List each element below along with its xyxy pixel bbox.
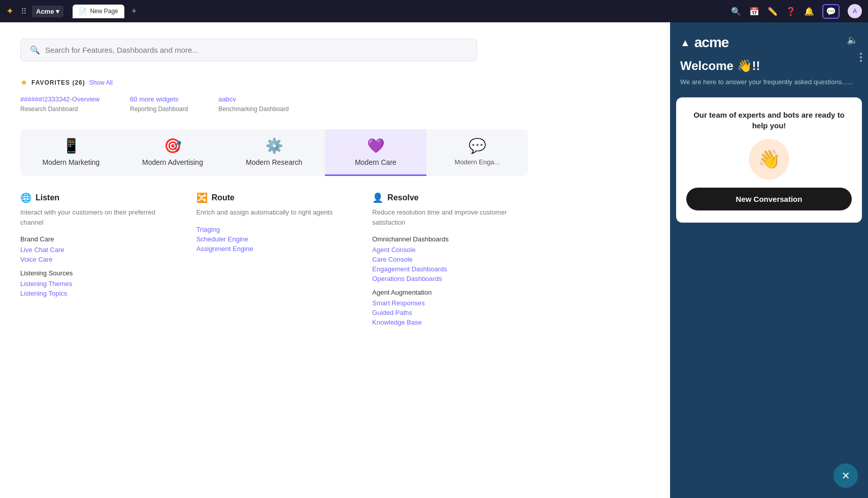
modern-marketing-icon: 📱 — [62, 137, 80, 154]
section-listen-desc: Interact with your customers on their pr… — [20, 207, 176, 227]
assignment-engine-link[interactable]: Assignment Engine — [196, 245, 352, 253]
modern-research-icon: ⚙️ — [265, 137, 283, 154]
search-bar[interactable]: 🔍 — [20, 39, 477, 61]
search-bar-icon: 🔍 — [30, 45, 40, 55]
subsection-brand-care: Brand Care Live Chat Care Voice Care — [20, 235, 176, 263]
panel-dots-menu[interactable] — [860, 53, 862, 62]
section-resolve-desc: Reduce resolution time and improve custo… — [372, 207, 528, 227]
dot-2 — [860, 56, 862, 58]
chat-icon[interactable]: 💬 — [822, 4, 840, 19]
favorite-link-2[interactable]: 60 more widgets — [130, 95, 188, 103]
wave-emoji-circle: 👋 — [749, 139, 789, 180]
smart-responses-link[interactable]: Smart Responses — [372, 299, 528, 307]
list-item: aabcv Benchmarking Dashboard — [218, 95, 289, 113]
voice-care-link[interactable]: Voice Care — [20, 256, 176, 263]
section-route-desc: Enrich and assign automatically to right… — [196, 207, 352, 218]
product-tabs: 📱 Modern Marketing 🎯 Modern Advertising … — [20, 129, 528, 176]
bell-icon[interactable]: 🔔 — [804, 7, 814, 16]
listening-themes-link[interactable]: Listening Themes — [20, 280, 176, 288]
dot-1 — [860, 53, 862, 55]
tab-modern-marketing[interactable]: 📱 Modern Marketing — [20, 129, 122, 176]
chat-panel-header: ▲ acme 🔈 — [670, 22, 868, 59]
subsection-agent-augmentation: Agent Augmentation Smart Responses Guide… — [372, 289, 528, 326]
favorite-label-3: Benchmarking Dashboard — [218, 105, 289, 113]
modern-advertising-icon: 🎯 — [164, 137, 182, 154]
main-content: 🔍 ★ FAVORITES (26) Show All ######!23333… — [0, 22, 868, 498]
section-listen: 🌐 Listen Interact with your customers on… — [20, 192, 176, 328]
omnichannel-title: Omnichannel Dashboards — [372, 235, 528, 243]
edit-icon[interactable]: ✏️ — [767, 7, 778, 16]
favorites-header: ★ FAVORITES (26) Show All — [20, 78, 650, 87]
triaging-link[interactable]: Triaging — [196, 226, 352, 233]
live-chat-care-link[interactable]: Live Chat Care — [20, 246, 176, 254]
chat-welcome: Welcome 👋!! We are here to answer your f… — [670, 59, 868, 97]
guided-paths-link[interactable]: Guided Paths — [372, 309, 528, 316]
operations-dashboards-link[interactable]: Operations Dashboards — [372, 275, 528, 282]
favorite-link-3[interactable]: aabcv — [218, 95, 289, 103]
topbar-actions: 🔍 📅 ✏️ ❓ 🔔 💬 A — [731, 4, 862, 19]
section-route: 🔀 Route Enrich and assign automatically … — [196, 192, 352, 328]
favorites-title: FAVORITES (26) — [31, 79, 85, 86]
tab-modern-research-label: Modern Research — [246, 158, 302, 166]
section-resolve-header: 👤 Resolve — [372, 192, 528, 203]
route-icon: 🔀 — [196, 192, 208, 203]
volume-icon[interactable]: 🔈 — [847, 34, 858, 46]
engagement-dashboards-link[interactable]: Engagement Dashboards — [372, 265, 528, 273]
tab-modern-care-label: Modern Care — [355, 158, 396, 166]
resolve-icon: 👤 — [372, 192, 383, 203]
chat-welcome-desc: We are here to answer your frequently as… — [680, 77, 858, 87]
modern-engage-icon: 💬 — [469, 137, 486, 154]
brand-name: acme — [694, 34, 729, 51]
care-console-link[interactable]: Care Console — [372, 256, 528, 263]
chat-card-text: Our team of experts and bots are ready t… — [686, 110, 852, 131]
agent-console-link[interactable]: Agent Console — [372, 246, 528, 254]
favorites-list: ######!2333342-Overview Research Dashboa… — [20, 95, 650, 113]
knowledge-base-link[interactable]: Knowledge Base — [372, 318, 528, 326]
new-conversation-button[interactable]: New Conversation — [686, 188, 852, 210]
listening-sources-title: Listening Sources — [20, 269, 176, 277]
modern-care-icon: 💜 — [367, 137, 385, 154]
tab-modern-care[interactable]: 💜 Modern Care — [325, 129, 426, 176]
brand-care-title: Brand Care — [20, 235, 176, 243]
section-listen-title: Listen — [36, 193, 59, 202]
listen-icon: 🌐 — [20, 192, 31, 203]
content-grid: 🌐 Listen Interact with your customers on… — [20, 192, 528, 328]
workspace-selector[interactable]: Acme ▾ — [32, 6, 63, 17]
search-input[interactable] — [45, 46, 468, 54]
star-icon: ★ — [20, 78, 27, 87]
avatar[interactable]: A — [848, 4, 862, 18]
tab-new-page[interactable]: 📄 New Page — [73, 5, 124, 18]
agent-augmentation-title: Agent Augmentation — [372, 289, 528, 296]
workspace-label: Acme — [36, 8, 54, 15]
subsection-listening: Listening Sources Listening Themes Liste… — [20, 269, 176, 297]
show-all-link[interactable]: Show All — [89, 79, 113, 86]
brand-icon: ▲ — [680, 37, 690, 49]
apps-grid-icon[interactable]: ⠿ — [21, 7, 27, 16]
calendar-icon[interactable]: 📅 — [749, 7, 759, 16]
section-route-header: 🔀 Route — [196, 192, 352, 203]
page-area: 🔍 ★ FAVORITES (26) Show All ######!23333… — [0, 22, 670, 498]
tab-modern-research[interactable]: ⚙️ Modern Research — [223, 129, 325, 176]
help-icon[interactable]: ❓ — [786, 7, 796, 16]
chat-panel: ▲ acme 🔈 Welcome 👋!! We are here to answ… — [670, 22, 868, 498]
workspace-chevron-icon: ▾ — [56, 8, 59, 15]
listening-topics-link[interactable]: Listening Topics — [20, 290, 176, 297]
favorite-link-1[interactable]: ######!2333342-Overview — [20, 95, 99, 103]
favorites-section: ★ FAVORITES (26) Show All ######!2333342… — [20, 78, 650, 113]
tab-modern-engage[interactable]: 💬 Modern Enga... — [426, 129, 528, 176]
list-item: 60 more widgets Reporting Dashboard — [130, 95, 188, 113]
chat-close-button[interactable]: ✕ — [833, 464, 858, 488]
favorite-label-2: Reporting Dashboard — [130, 105, 188, 113]
tab-modern-advertising-label: Modern Advertising — [142, 158, 203, 166]
chat-welcome-title: Welcome 👋!! — [680, 59, 858, 73]
section-route-title: Route — [212, 193, 235, 202]
search-icon[interactable]: 🔍 — [731, 7, 741, 16]
section-resolve: 👤 Resolve Reduce resolution time and imp… — [372, 192, 528, 328]
tab-modern-advertising[interactable]: 🎯 Modern Advertising — [122, 129, 223, 176]
scheduler-engine-link[interactable]: Scheduler Engine — [196, 235, 352, 243]
tab-page-icon: 📄 — [79, 8, 87, 15]
subsection-omnichannel: Omnichannel Dashboards Agent Console Car… — [372, 235, 528, 282]
subsection-route-links: Triaging Scheduler Engine Assignment Eng… — [196, 226, 352, 253]
add-tab-button[interactable]: + — [131, 6, 137, 17]
list-item: ######!2333342-Overview Research Dashboa… — [20, 95, 99, 113]
